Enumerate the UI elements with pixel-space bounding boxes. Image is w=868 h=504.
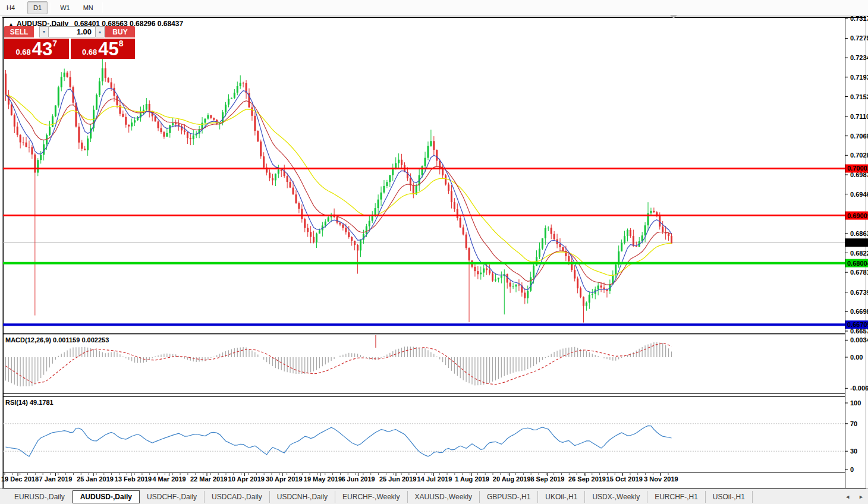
tab-usdcnh-daily[interactable]: USDCNH-,Daily [270,491,335,503]
volume-input[interactable] [49,26,95,37]
date-axis-label: 6 Jun 2019 [341,475,375,483]
date-axis-label: 1 Aug 2019 [455,475,489,483]
tab-audusd-daily[interactable]: AUDUSD-,Daily [73,490,140,503]
volume-increase-button[interactable]: ▲ [95,26,105,37]
macd-axis-label: 0.00349 [850,336,868,344]
chart-tab-bar: EURUSD-,DailyAUDUSD-,DailyUSDCHF-,DailyU… [0,489,868,504]
tab-usoil-h1[interactable]: USOil-,H1 [706,491,753,503]
tab-scroll-right-button[interactable]: ► [854,493,868,501]
rsi-axis-label: 30 [850,448,857,455]
tab-usdchf-daily[interactable]: USDCHF-,Daily [140,491,205,503]
date-axis-label: 19 May 2019 [304,475,342,483]
macd-axis-label: -0.00637 [850,385,868,392]
rsi-plot-area[interactable] [3,397,845,472]
date-axis-label: 14 Jul 2019 [417,475,452,483]
buy-button[interactable]: BUY [105,26,135,37]
sell-price-big: 43 [32,41,52,58]
tab-eurchf-weekly[interactable]: EURCHF-,Weekly [335,491,407,503]
rsi-axis-label: 100 [850,399,861,407]
buy-price-sup: 8 [119,39,124,48]
tab-usdcad-daily[interactable]: USDCAD-,Daily [205,491,270,503]
rsi-axis-label: 0 [850,466,854,473]
date-axis-label: 25 Jan 2019 [77,475,114,483]
date-axis-label: 3 Nov 2019 [644,475,678,483]
sell-button[interactable]: SELL [4,26,34,37]
date-axis-label: 20 Aug 2019 [493,475,531,483]
tab-usdx-weekly[interactable]: USDX-,Weekly [585,491,647,503]
macd-plot-area[interactable] [3,335,845,393]
macd-axis-label: 0.00 [850,354,863,361]
tab-xauusd-weekly[interactable]: XAUUSD-,Weekly [408,491,480,503]
tab-ukoil-h1[interactable]: UKOil-,H1 [538,491,585,503]
time-scale[interactable]: 19 Dec 20187 Jan 201925 Jan 201913 Feb 2… [1,473,678,483]
mt4-window: H4D1W1MN 0.731700.727500.723400.719300.7… [0,0,868,504]
sell-price-button[interactable]: 0.68437 [4,39,69,59]
chart-canvas[interactable]: 0.731700.727500.723400.719300.715200.711… [0,0,868,504]
rsi-axis-label: 70 [850,420,857,427]
date-axis-label: 22 Mar 2019 [190,475,227,483]
volume-decrease-button[interactable]: ▼ [39,26,49,37]
date-axis-label: 10 Apr 2019 [228,475,265,483]
tab-scroll-left-button[interactable]: ◄ [841,493,854,501]
volume-stepper: ▼ ▲ [39,26,105,37]
date-axis-label: 8 Sep 2019 [530,475,564,483]
sell-price-sup: 7 [52,39,57,48]
date-axis-label: 26 Sep 2019 [568,475,606,483]
date-axis-label: 30 Apr 2019 [266,475,302,483]
rsi-label: RSI(14) 49.1781 [5,399,54,406]
sell-price-prefix: 0.68 [15,48,30,56]
date-axis-label: 13 Feb 2019 [115,475,152,483]
buy-price-big: 45 [98,41,118,58]
date-axis-label: 7 Jan 2019 [39,475,73,483]
date-axis-label: 25 Jun 2019 [379,475,416,483]
macd-label: MACD(12,26,9) 0.001159 0.002253 [5,336,109,344]
date-axis-label: 15 Oct 2019 [606,475,643,483]
one-click-trade-panel: SELL ▼ ▲ BUY 0.68437 0.68458 [4,26,135,59]
tab-gbpusd-h1[interactable]: GBPUSD-,H1 [480,491,538,503]
price-scale[interactable] [845,18,868,333]
main-plot-area[interactable] [3,18,845,333]
date-axis-label: 4 Mar 2019 [152,475,185,483]
tab-eurusd-daily[interactable]: EURUSD-,Daily [7,491,73,503]
buy-price-prefix: 0.68 [82,48,97,56]
date-axis-label: 19 Dec 2018 [1,475,39,483]
tab-eurchf-h1[interactable]: EURCHF-,H1 [647,491,706,503]
buy-price-button[interactable]: 0.68458 [71,39,136,59]
